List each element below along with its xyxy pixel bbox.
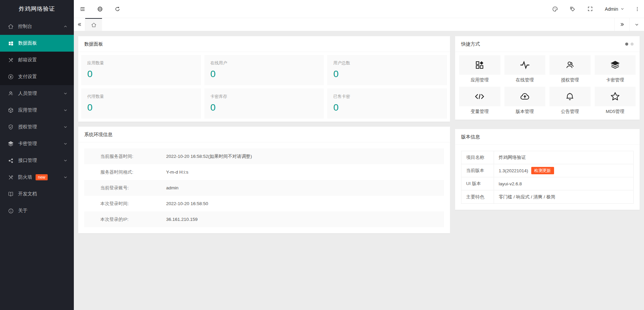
tab-home[interactable]: [85, 18, 102, 31]
chevron-up-icon: [63, 24, 68, 29]
info-value: 2022-10-20 16:58:52(如果时间不对请调整): [166, 153, 252, 160]
sidebar-item-label: 邮箱设置: [18, 57, 37, 63]
carousel-dot-active[interactable]: [625, 43, 628, 46]
sidebar-item-label: 应用管理: [18, 107, 37, 113]
shortcut-authorization[interactable]: 授权管理: [549, 55, 591, 85]
stat-card-total-users[interactable]: 用户总数 0: [327, 55, 447, 85]
sidebar-item-firewall[interactable]: 防火墙 new: [0, 169, 74, 186]
shortcut-label: 授权管理: [549, 77, 591, 83]
sidebar: 炸鸡网络验证 控制台 数据面板 邮箱设置 支付设置: [0, 0, 74, 310]
version-row-features: 主要特色 零门槛 / 响应式 / 清爽 / 极简: [461, 190, 633, 203]
theme-palette-icon[interactable]: [546, 0, 564, 18]
more-vertical-icon[interactable]: [631, 0, 644, 18]
console-submenu: 数据面板 邮箱设置 支付设置: [0, 35, 74, 85]
shortcut-announcements[interactable]: 公告管理: [549, 87, 591, 116]
shortcuts-panel: 快捷方式 应用管理 在线管理 授权管理: [455, 36, 640, 120]
tabs-scroll-left-button[interactable]: [74, 18, 85, 31]
sidebar-item-app-management[interactable]: 应用管理: [0, 102, 74, 119]
info-value: Y-m-d H:i:s: [166, 170, 188, 175]
sidebar-item-api-management[interactable]: 接口管理: [0, 152, 74, 169]
tabs-scroll-right-button[interactable]: [614, 18, 629, 31]
info-row-login-ip: 本次登录的IP: 36.161.210.159: [84, 211, 444, 227]
shortcut-variables[interactable]: 变量管理: [459, 87, 500, 116]
info-value: 36.161.210.159: [166, 217, 198, 222]
info-label: 当前登录账号:: [100, 185, 166, 191]
sidebar-item-dev-docs[interactable]: 开发文档: [0, 186, 74, 202]
chevron-down-icon: [620, 7, 625, 11]
cube-icon: [7, 107, 14, 114]
shortcut-label: MD5管理: [595, 109, 636, 115]
sidebar-item-data-panel[interactable]: 数据面板: [0, 35, 74, 52]
tag-icon[interactable]: [564, 0, 581, 18]
info-label: 本次登录时间:: [100, 201, 166, 207]
stat-card-apps[interactable]: 应用数量 0: [81, 55, 201, 85]
version-label: UI 版本: [461, 177, 494, 190]
version-row-project-name: 项目名称 炸鸡网络验证: [461, 151, 633, 164]
stat-value: 0: [210, 69, 318, 79]
info-row-login-account: 当前登录账号: admin: [84, 180, 444, 196]
version-value: 炸鸡网络验证: [494, 154, 531, 161]
shortcut-md5[interactable]: MD5管理: [595, 87, 636, 116]
shortcut-card-keys[interactable]: 卡密管理: [595, 55, 636, 85]
pulse-icon: [519, 60, 530, 70]
sidebar-item-label: 数据面板: [18, 40, 37, 46]
windows-icon: [7, 40, 14, 47]
app-title: 炸鸡网络验证: [0, 0, 74, 18]
info-value: 2022-10-20 16:58:50: [166, 201, 208, 206]
chevron-down-icon: [63, 91, 68, 96]
book-icon: [7, 191, 14, 197]
collapse-menu-icon[interactable]: [74, 0, 91, 18]
version-row-current-version: 当前版本 1.3(20221014) 检测更新: [461, 164, 633, 177]
version-label: 主要特色: [461, 190, 494, 203]
stat-label: 应用数量: [87, 60, 195, 66]
fullscreen-icon[interactable]: [581, 0, 599, 18]
chevron-down-icon: [63, 175, 68, 180]
stat-value: 0: [210, 102, 318, 113]
stat-card-online-users[interactable]: 在线用户 0: [204, 55, 324, 85]
sidebar-item-email-settings[interactable]: 邮箱设置: [0, 52, 74, 68]
sidebar-item-about[interactable]: 关于: [0, 202, 74, 219]
main-content: 数据面板 应用数量 0 在线用户 0 用户总数 0 代理数量 0: [74, 31, 644, 310]
sidebar-item-label: 卡密管理: [18, 141, 37, 147]
stat-card-sold-cards[interactable]: 已售卡密 0: [327, 88, 447, 119]
tools-icon: [7, 57, 14, 63]
globe-icon[interactable]: [91, 0, 109, 18]
shortcut-versions[interactable]: 版本管理: [504, 87, 546, 116]
chevron-down-icon: [63, 108, 68, 113]
stat-card-agents[interactable]: 代理数量 0: [81, 88, 201, 119]
refresh-icon[interactable]: [109, 0, 126, 18]
user-menu[interactable]: Admin: [599, 0, 631, 18]
shortcut-label: 公告管理: [549, 109, 591, 115]
version-table: 项目名称 炸鸡网络验证 当前版本 1.3(20221014) 检测更新 UI 版…: [461, 151, 634, 204]
shortcut-app-management[interactable]: 应用管理: [459, 55, 500, 85]
sidebar-item-card-keys[interactable]: 卡密管理: [0, 135, 74, 152]
shortcut-online-management[interactable]: 在线管理: [504, 55, 546, 85]
chevron-down-icon: [63, 141, 68, 146]
stat-label: 卡密库存: [210, 94, 318, 100]
tab-bar: [74, 18, 644, 31]
bell-icon: [565, 91, 575, 102]
code-icon: [474, 91, 485, 102]
tabs-menu-button[interactable]: [629, 18, 644, 31]
shortcut-label: 应用管理: [459, 77, 500, 83]
stat-label: 代理数量: [87, 94, 195, 100]
top-header: Admin: [74, 0, 644, 18]
sidebar-item-authorization[interactable]: 授权管理: [0, 119, 74, 135]
panel-title: 系统环境信息: [78, 127, 450, 142]
check-update-button[interactable]: 检测更新: [531, 167, 554, 174]
sidebar-item-label: 防火墙: [18, 174, 32, 180]
system-info-panel: 系统环境信息 当前服务器时间: 2022-10-20 16:58:52(如果时间…: [78, 127, 450, 233]
chevron-down-icon: [63, 158, 68, 163]
stat-card-card-stock[interactable]: 卡密库存 0: [204, 88, 324, 119]
version-label: 当前版本: [461, 164, 494, 177]
version-info-panel: 版本信息 项目名称 炸鸡网络验证 当前版本 1.3(20221014) 检测更新: [455, 129, 640, 210]
cloud-upload-icon: [519, 91, 530, 102]
sidebar-item-console[interactable]: 控制台: [0, 18, 74, 35]
sidebar-item-personnel[interactable]: 人员管理: [0, 85, 74, 102]
carousel-dot[interactable]: [631, 43, 634, 46]
stat-value: 0: [87, 102, 195, 113]
share-icon: [7, 157, 14, 164]
shortcut-label: 变量管理: [459, 109, 500, 115]
sidebar-item-payment-settings[interactable]: 支付设置: [0, 68, 74, 85]
shortcuts-grid: 应用管理 在线管理 授权管理 卡密管理 变量管理: [455, 52, 640, 120]
